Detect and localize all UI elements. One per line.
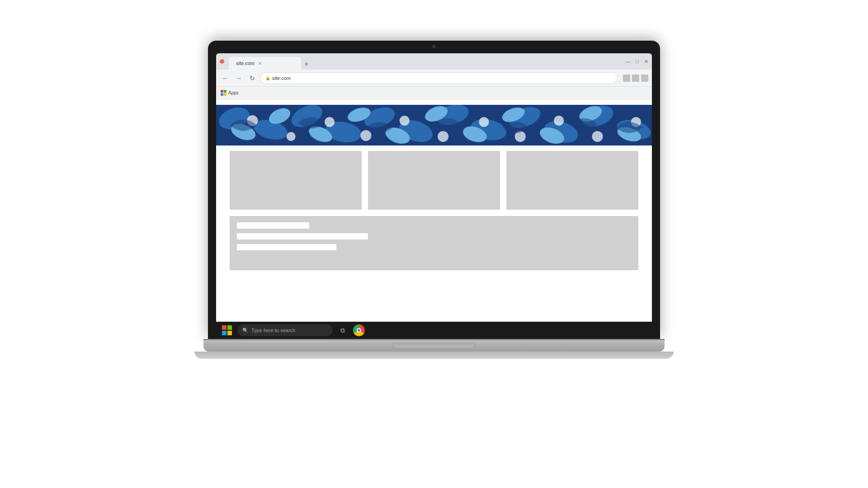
maximize-button[interactable]: □: [636, 59, 639, 64]
svg-point-26: [325, 117, 335, 127]
win-logo-green: [227, 325, 232, 330]
bookmarks-bar: Apps: [216, 87, 652, 99]
extension-icon-1[interactable]: [623, 75, 630, 82]
content-card-1: [230, 151, 362, 210]
screen-lid: site.com ✕ + — □ ✕ ←: [208, 41, 660, 339]
chrome-taskbar-icon[interactable]: [353, 324, 365, 337]
windows-logo: [222, 325, 232, 335]
browser-window: site.com ✕ + — □ ✕ ←: [216, 53, 652, 339]
new-tab-button[interactable]: +: [301, 59, 312, 70]
win-logo-blue: [222, 331, 226, 335]
task-view-icon: ⧉: [340, 327, 345, 334]
content-grid: [216, 151, 652, 210]
apps-dot-blue: [221, 93, 223, 96]
apps-label: Apps: [228, 90, 239, 95]
scene: site.com ✕ + — □ ✕ ←: [0, 0, 868, 488]
svg-point-29: [438, 131, 448, 142]
taskbar-search-placeholder: Type here to search: [251, 328, 295, 333]
extension-icon-2[interactable]: [632, 75, 639, 82]
apps-dot-red: [221, 90, 223, 93]
laptop-base: [203, 339, 665, 352]
bottom-section: [230, 216, 638, 270]
window-controls: — □ ✕: [625, 59, 648, 65]
chrome-icon: [353, 324, 365, 336]
text-line-2: [237, 233, 368, 239]
windows-taskbar: 🔍 Type here to search ⧉: [216, 322, 652, 339]
taskbar-search-icon: 🔍: [242, 328, 249, 333]
taskbar-search-bar[interactable]: 🔍 Type here to search: [238, 324, 333, 336]
content-card-2: [368, 151, 500, 210]
apps-grid-icon: [221, 90, 226, 96]
svg-point-28: [400, 116, 410, 126]
svg-point-27: [360, 130, 371, 141]
minimize-button[interactable]: —: [625, 59, 630, 64]
extension-icon-3[interactable]: [641, 75, 648, 82]
content-card-3: [506, 151, 638, 210]
lock-icon: 🔒: [265, 76, 270, 80]
svg-point-32: [554, 116, 564, 126]
task-view-button[interactable]: ⧉: [336, 324, 349, 337]
address-bar[interactable]: 🔒 site.com: [260, 72, 618, 84]
win-logo-yellow: [227, 331, 232, 335]
win-logo-red: [222, 325, 226, 330]
camera-dot: [432, 45, 436, 48]
close-window-dot[interactable]: [220, 59, 224, 64]
trackpad-notch: [393, 342, 475, 348]
laptop-foot: [194, 352, 674, 359]
website-content: [216, 99, 652, 322]
text-line-3: [237, 244, 336, 250]
tab-close-icon[interactable]: ✕: [258, 61, 262, 66]
screen-bezel: site.com ✕ + — □ ✕ ←: [216, 53, 652, 339]
svg-point-25: [287, 132, 296, 141]
close-button[interactable]: ✕: [644, 59, 648, 65]
browser-tab[interactable]: site.com ✕: [229, 57, 301, 70]
traffic-lights: [220, 59, 224, 64]
apps-dot-yellow: [224, 93, 226, 96]
refresh-button[interactable]: ↻: [247, 73, 258, 84]
apps-bookmark[interactable]: Apps: [221, 90, 239, 96]
browser-toolbar: ← → ↻ 🔒 site.com: [216, 70, 652, 87]
forward-button[interactable]: →: [233, 73, 244, 84]
chrome-icon-inner: [357, 328, 361, 333]
svg-point-33: [592, 131, 603, 142]
start-button[interactable]: [220, 323, 234, 338]
tab-bar: site.com ✕ +: [229, 53, 623, 70]
svg-point-30: [479, 117, 489, 127]
back-button[interactable]: ←: [220, 73, 231, 84]
text-line-1: [237, 222, 309, 229]
browser-titlebar: site.com ✕ + — □ ✕: [216, 53, 652, 70]
tab-label: site.com: [236, 61, 255, 66]
laptop: site.com ✕ + — □ ✕ ←: [185, 41, 683, 447]
address-text: site.com: [272, 75, 291, 81]
apps-dot-green: [224, 90, 226, 93]
hero-banner: [216, 105, 652, 145]
